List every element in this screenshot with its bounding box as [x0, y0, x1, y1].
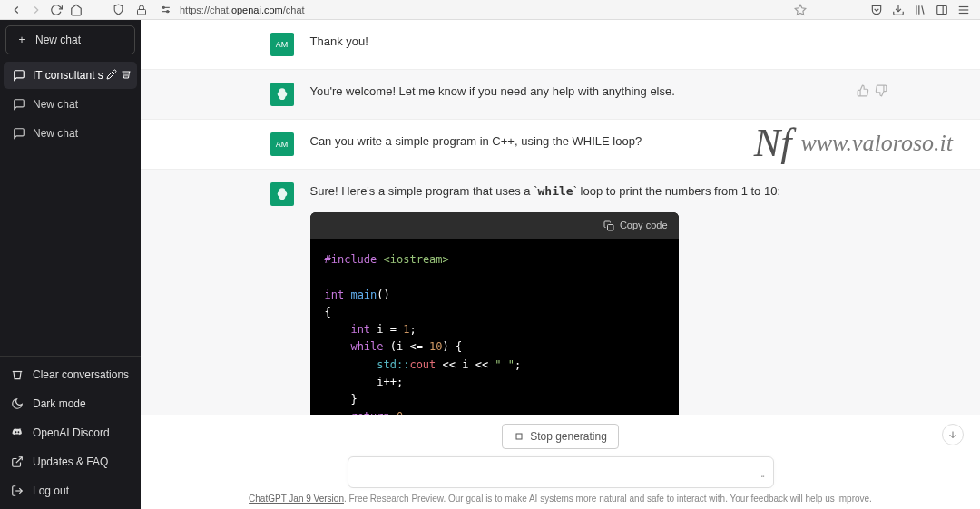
assistant-avatar — [270, 182, 294, 206]
message-assistant: Sure! Here's a simple program that uses … — [141, 169, 980, 415]
home-button[interactable] — [67, 1, 85, 19]
stop-generating-button[interactable]: Stop generating — [502, 424, 619, 449]
updates-faq-link[interactable]: Updates & FAQ — [0, 447, 141, 476]
chat-list: IT consultant services s New chat New ch… — [0, 60, 141, 356]
moon-icon — [11, 397, 24, 410]
logout-icon — [11, 485, 24, 497]
main-content: AM Thank you! You're welcome! Let me kno… — [141, 20, 980, 509]
composer[interactable]: .. — [348, 456, 774, 488]
copy-code-button[interactable]: Copy code — [603, 218, 668, 234]
version-link[interactable]: ChatGPT Jan 9 Version — [249, 494, 344, 504]
send-icon[interactable]: .. — [760, 465, 764, 480]
user-avatar: AM — [270, 132, 294, 156]
reload-button[interactable] — [47, 1, 65, 19]
dark-mode-button[interactable]: Dark mode — [0, 389, 141, 418]
thumbs-up-icon[interactable] — [857, 84, 869, 100]
chat-icon — [13, 127, 25, 140]
svg-line-15 — [16, 457, 22, 463]
discord-link[interactable]: OpenAI Discord — [0, 418, 141, 447]
svg-rect-0 — [138, 9, 146, 15]
message-text: Thank you! — [310, 33, 851, 56]
sidebar-icon[interactable] — [933, 1, 951, 19]
chat-label: New chat — [33, 98, 128, 111]
back-button[interactable] — [7, 1, 25, 19]
user-avatar: AM — [270, 33, 294, 56]
svg-rect-19 — [516, 434, 522, 439]
chat-icon — [13, 98, 25, 111]
hamburger-menu-icon[interactable] — [955, 1, 973, 19]
message-text: You're welcome! Let me know if you need … — [310, 83, 851, 106]
code-content: #include <iostream> int main() { int i =… — [310, 239, 679, 415]
svg-rect-17 — [607, 224, 613, 230]
sidebar: + New chat IT consultant services s New … — [0, 20, 141, 509]
plus-icon: + — [15, 34, 28, 46]
message-text: Sure! Here's a simple program that uses … — [310, 182, 851, 415]
discord-icon — [11, 426, 24, 439]
svg-marker-5 — [795, 5, 806, 15]
chat-icon — [13, 69, 25, 82]
settings-toggle-icon — [156, 1, 174, 19]
composer-area: Stop generating .. ChatGPT Jan 9 Version… — [141, 415, 980, 509]
new-chat-label: New chat — [35, 34, 81, 46]
trash-icon[interactable] — [121, 69, 132, 83]
clear-conversations-button[interactable]: Clear conversations — [0, 360, 141, 389]
clipboard-icon — [603, 220, 614, 231]
address-bar[interactable]: https://chat.openai.com/chat — [102, 1, 817, 19]
stop-icon — [514, 431, 524, 442]
library-icon[interactable] — [911, 1, 929, 19]
scroll-down-button[interactable] — [942, 424, 964, 445]
message-input[interactable] — [359, 465, 740, 479]
pocket-icon[interactable] — [867, 1, 886, 19]
thumbs-down-icon[interactable] — [875, 84, 887, 100]
svg-line-9 — [922, 5, 924, 14]
external-link-icon — [11, 455, 24, 468]
message-user: AM Can you write a simple program in C++… — [141, 120, 980, 169]
conversation-thread: AM Thank you! You're welcome! Let me kno… — [141, 20, 980, 415]
shield-icon — [109, 1, 127, 19]
message-text: Can you write a simple program in C++, u… — [310, 132, 851, 156]
sidebar-footer: Clear conversations Dark mode OpenAI Dis… — [0, 356, 141, 509]
message-user: AM Thank you! — [141, 20, 980, 69]
logout-button[interactable]: Log out — [0, 476, 141, 505]
svg-rect-10 — [937, 5, 947, 14]
assistant-avatar — [270, 83, 294, 106]
chat-item-active[interactable]: IT consultant services s — [4, 62, 137, 89]
edit-icon[interactable] — [106, 69, 117, 83]
browser-toolbar: https://chat.openai.com/chat — [0, 0, 980, 20]
chat-label: New chat — [33, 127, 128, 140]
url-text: https://chat.openai.com/chat — [180, 5, 305, 15]
code-block: Copy code #include <iostream> int main()… — [310, 212, 679, 415]
forward-button[interactable] — [27, 1, 45, 19]
trash-icon — [11, 368, 24, 381]
lock-icon — [132, 1, 151, 19]
chat-item[interactable]: New chat — [4, 120, 137, 147]
disclaimer: ChatGPT Jan 9 Version. Free Research Pre… — [141, 494, 980, 504]
chat-item[interactable]: New chat — [4, 91, 137, 118]
message-assistant: You're welcome! Let me know if you need … — [141, 69, 980, 120]
new-chat-button[interactable]: + New chat — [5, 25, 135, 54]
download-icon[interactable] — [889, 1, 907, 19]
bookmark-star-icon[interactable] — [791, 1, 809, 19]
